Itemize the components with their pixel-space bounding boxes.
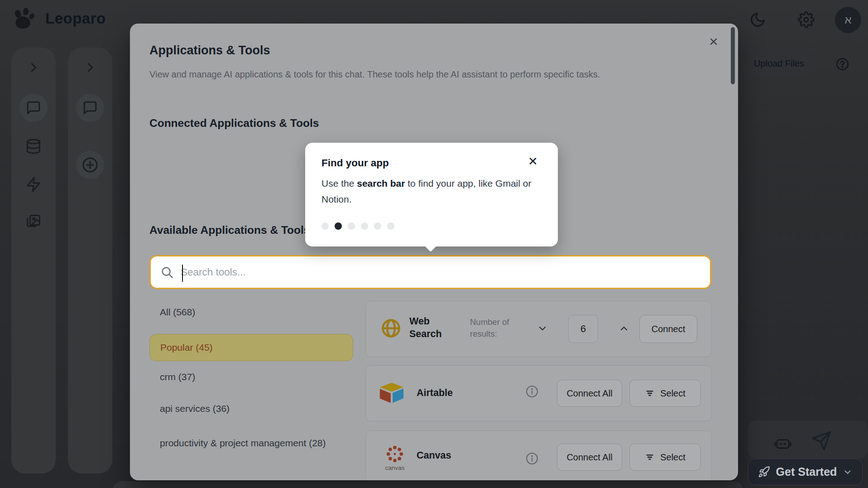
tooltip-body-prefix: Use the (321, 178, 357, 188)
select-label: Select (660, 388, 686, 399)
connect-all-button[interactable]: Connect All (557, 380, 622, 407)
tour-step-dots (321, 222, 394, 230)
filter-icon (645, 452, 655, 462)
modal-scrollbar-thumb[interactable] (731, 27, 735, 84)
modal-title: Applications & Tools (149, 43, 270, 58)
tooltip-body-bold: search bar (357, 178, 405, 188)
tour-dot-6[interactable] (387, 222, 394, 230)
tool-card-web-search: Web Search Number of results: 6 Connect (365, 301, 712, 357)
globe-icon (380, 318, 402, 339)
modal-close-icon[interactable]: × (709, 34, 718, 49)
settings-gear-icon[interactable] (798, 11, 815, 28)
upload-files-label: Upload Files (754, 58, 804, 69)
results-count-label: Number of results: (470, 316, 527, 340)
rocket-icon (758, 466, 770, 478)
results-count-value[interactable]: 6 (568, 315, 598, 343)
help-icon[interactable] (835, 57, 849, 71)
tour-dot-4[interactable] (361, 222, 368, 230)
connect-button[interactable]: Connect (639, 315, 697, 343)
tool-name: Web Search (409, 315, 458, 340)
chat-input-actions-panel (748, 420, 868, 459)
connect-all-label: Connect All (566, 388, 612, 399)
filter-icon (645, 388, 655, 398)
increase-chevron-up-icon[interactable] (619, 323, 629, 334)
secondary-sidebar (68, 48, 112, 474)
tooltip-body: Use the search bar to find your app, lik… (321, 175, 542, 207)
canvas-logo: canvas (381, 445, 408, 471)
category-all[interactable]: All (568) (149, 307, 353, 318)
info-icon[interactable] (525, 385, 539, 398)
sidebar-item-gallery[interactable] (25, 213, 42, 230)
sidebar-item-database[interactable] (25, 138, 42, 155)
sidebar-item-automations[interactable] (25, 176, 42, 193)
brand-name: Leoparo (45, 10, 106, 27)
connect-all-label: Connect All (566, 452, 612, 463)
tour-dot-1[interactable] (321, 222, 329, 230)
connect-label: Connect (652, 324, 686, 334)
available-section-heading: Available Applications & Tools (149, 224, 310, 237)
connect-all-button[interactable]: Connect All (557, 444, 622, 471)
get-started-label: Get Started (776, 465, 837, 478)
get-started-button[interactable]: Get Started (748, 459, 863, 485)
select-label: Select (660, 452, 686, 463)
info-icon[interactable] (525, 452, 539, 465)
tour-tooltip-find-your-app: Find your app ✕ Use the search bar to fi… (305, 143, 558, 246)
app-root: Leoparo א Upload Files (0, 0, 868, 488)
primary-sidebar (11, 48, 56, 474)
panel-item-chat[interactable] (76, 94, 104, 122)
chevron-down-icon (843, 467, 853, 477)
chat-bubble-icon (82, 100, 98, 116)
assistant-robot-icon[interactable] (774, 435, 792, 451)
select-button[interactable]: Select (629, 444, 701, 471)
text-cursor (182, 265, 183, 282)
tools-search-bar (149, 255, 711, 289)
select-button[interactable]: Select (629, 380, 701, 407)
chat-bubble-icon (26, 100, 41, 116)
category-popular-selected[interactable]: Popular (45) (149, 334, 353, 361)
upload-files-button[interactable]: Upload Files (748, 51, 810, 76)
send-message-icon[interactable] (811, 430, 832, 451)
user-avatar[interactable]: א (835, 7, 861, 33)
decrease-chevron-down-icon[interactable] (537, 323, 548, 334)
tooltip-title: Find your app (321, 157, 389, 169)
canvas-logo-caption: canvas (381, 464, 408, 471)
expand-sidebar-icon[interactable] (27, 61, 40, 74)
tour-dot-3[interactable] (348, 222, 355, 230)
leoparo-paw-logo (10, 6, 36, 32)
tool-name: Canvas (417, 449, 451, 462)
expand-panel-icon[interactable] (84, 61, 96, 74)
category-productivity[interactable]: productivity & project management (28) (149, 435, 349, 451)
plus-circle-icon (82, 156, 99, 174)
category-crm[interactable]: crm (37) (149, 372, 353, 382)
dark-mode-icon[interactable] (749, 11, 766, 28)
modal-description: View and manage AI applications & tools … (149, 67, 715, 82)
avatar-initial: א (844, 14, 851, 26)
chat-input-panel-edge (112, 481, 744, 488)
new-chat-button[interactable] (76, 151, 104, 179)
airtable-logo (379, 382, 405, 405)
category-popular-label: Popular (45) (160, 342, 213, 353)
applications-tools-modal: × Applications & Tools View and manage A… (130, 24, 738, 480)
sidebar-item-chats[interactable] (19, 94, 48, 122)
search-input[interactable] (174, 256, 710, 288)
tooltip-close-icon[interactable]: ✕ (528, 155, 538, 169)
tool-card-canvas: canvas Canvas Connect All Select (365, 430, 712, 480)
tool-name: Airtable (417, 387, 453, 399)
tour-dot-2-active[interactable] (335, 222, 342, 230)
category-api-services[interactable]: api services (36) (149, 403, 353, 414)
connected-section-heading: Connected Applications & Tools (149, 117, 319, 130)
tool-card-airtable: Airtable Connect All Select (365, 365, 712, 421)
search-icon (160, 266, 174, 279)
tour-dot-5[interactable] (374, 222, 381, 230)
